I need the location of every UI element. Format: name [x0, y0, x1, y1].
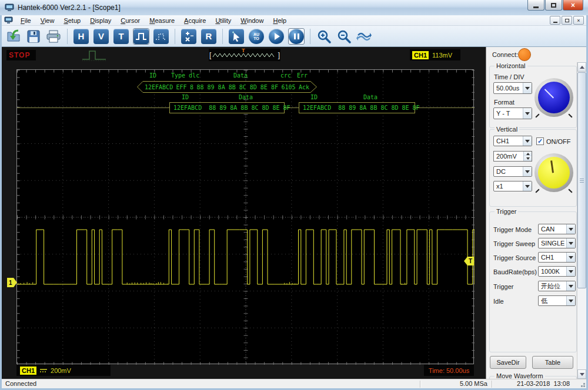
trigger-sweep-value: SINGLE	[541, 240, 564, 247]
dropdown-arrow-icon	[566, 281, 575, 291]
can-frame-3: 12EFABCD 88 89 8A 8B 8C 8D 8E 8F	[299, 102, 415, 113]
minimize-icon	[533, 6, 539, 8]
mdi-close-button[interactable]: ×	[573, 16, 584, 25]
pointer-button[interactable]	[228, 28, 245, 45]
cursor-arrow-icon	[231, 31, 242, 42]
close-icon: ×	[571, 1, 575, 9]
savedir-button[interactable]: SaveDir	[490, 356, 526, 369]
trigger-condition-label: Trigger	[493, 283, 513, 290]
decode2-label-data: Data	[239, 94, 253, 100]
mdi-restore-button[interactable]	[562, 16, 572, 25]
math-button[interactable]	[181, 28, 197, 45]
zoom-in-icon	[316, 29, 332, 44]
toolbar-separator	[310, 29, 310, 44]
timediv-select[interactable]: 50.00us	[493, 82, 532, 94]
waveform-overview[interactable]: [ ] T	[209, 49, 280, 61]
menu-measure[interactable]: Measure	[145, 16, 179, 25]
wave-swap-icon	[356, 30, 372, 43]
vertical-knob[interactable]	[534, 153, 573, 192]
save-icon	[26, 29, 41, 43]
horizontal-title: Horizontal	[495, 62, 527, 69]
mdi-minimize-icon	[553, 22, 557, 23]
menu-view[interactable]: View	[36, 16, 59, 25]
mdi-minimize-button[interactable]	[550, 16, 560, 25]
menu-window[interactable]: Window	[236, 16, 268, 25]
frame-dlc: 8	[190, 84, 193, 90]
minimize-button[interactable]	[527, 0, 544, 11]
trigger-condition-select[interactable]: 开始位	[538, 281, 576, 291]
horizontal-knob[interactable]	[534, 78, 573, 117]
coupling-select[interactable]: DC	[493, 166, 532, 177]
can-frame-detail: 12EFABCD EFF 8 88 89 8A 8B 8C 8D 8E 8F 6…	[137, 81, 317, 93]
menu-help[interactable]: Help	[268, 16, 291, 25]
scroll-up-icon[interactable]	[577, 62, 586, 72]
status-separator	[492, 381, 492, 388]
pause-icon	[294, 33, 299, 39]
decode-label-type-dlc: Type dlc	[171, 72, 199, 79]
table-button[interactable]: Table	[532, 356, 573, 369]
trigger-sweep-select[interactable]: SINGLE	[538, 238, 576, 248]
trigger-source-value: CH1	[541, 254, 554, 261]
trigger-source-select[interactable]: CH1	[538, 252, 576, 263]
menu-cursor[interactable]: Cursor	[116, 16, 145, 25]
zoom-out-button[interactable]	[336, 28, 352, 45]
zoom-out-icon	[336, 29, 352, 44]
format-select[interactable]: Y - T	[493, 107, 532, 119]
frame2-id: 12EFABCD	[173, 105, 202, 111]
trigger-source-label: Trigger Source	[493, 254, 536, 261]
menu-acquire[interactable]: Acquire	[179, 16, 211, 25]
decode2-label-id: ID	[182, 94, 189, 100]
app-icon	[5, 4, 14, 12]
t-cursor-button[interactable]: T	[113, 28, 129, 45]
channel-position-marker[interactable]: 1	[7, 278, 17, 287]
idle-select[interactable]: 低	[538, 295, 576, 306]
toolbar-separator	[67, 29, 68, 44]
toolbar-separator	[222, 29, 223, 44]
menu-display[interactable]: Display	[85, 16, 116, 25]
close-button[interactable]: ×	[563, 0, 583, 11]
channel-onoff-checkbox[interactable]: ✓	[536, 137, 544, 145]
probe-select[interactable]: x1	[493, 181, 532, 191]
scroll-down-icon[interactable]	[577, 369, 586, 379]
app-window: Hantek-6000 Ver2.2.1 - [Scope1] × File V…	[0, 0, 588, 390]
h-cursor-button[interactable]: H	[73, 28, 89, 45]
h-label: H	[78, 31, 85, 41]
print-button[interactable]	[45, 28, 62, 45]
save-button[interactable]	[25, 28, 42, 45]
menu-file[interactable]: File	[16, 16, 36, 25]
scrollbar-thumb[interactable]	[577, 72, 586, 288]
baudrate-select[interactable]: 1000K	[538, 266, 576, 277]
trigger-condition-row: Trigger 开始位	[490, 281, 577, 295]
pulse-decode-button[interactable]	[133, 28, 149, 45]
maximize-button[interactable]	[545, 0, 562, 11]
spinner-arrows-icon[interactable]	[523, 152, 532, 161]
status-bar: Connected 5.00 MSa 21-03-2018 13:08	[2, 379, 586, 388]
dropdown-arrow-icon	[566, 238, 575, 248]
pulse-measure-button[interactable]	[153, 28, 169, 45]
dropdown-arrow-icon	[566, 253, 575, 262]
zoom-in-button[interactable]	[316, 28, 332, 45]
open-button[interactable]	[5, 28, 22, 45]
v-cursor-button[interactable]: V	[93, 28, 109, 45]
run-button[interactable]	[268, 28, 285, 45]
autoset-button[interactable]: AUTO	[248, 28, 265, 45]
pause-button[interactable]	[288, 28, 305, 45]
reference-button[interactable]: R	[201, 28, 217, 45]
r-label: R	[206, 31, 212, 41]
trigger-level-value: 113mV	[432, 52, 452, 59]
menu-utility[interactable]: Utility	[211, 16, 236, 25]
wave-swap-button[interactable]	[356, 28, 372, 45]
volts-spinner[interactable]: 200mV	[493, 151, 532, 162]
scope-client-area: STOP [ ] T CH1 113mV ID Type dlc Data cr…	[2, 47, 486, 379]
trigger-mode-select[interactable]: CAN	[538, 224, 576, 234]
channel-select[interactable]: CH1	[493, 136, 532, 146]
v-label: V	[98, 31, 104, 41]
timediv-value: 50.00us	[496, 85, 519, 92]
panel-scrollbar[interactable]	[577, 62, 586, 379]
menu-setup[interactable]: Setup	[59, 16, 85, 25]
time-per-div-readout: Time: 50.00us	[424, 365, 474, 376]
pulse-icon	[135, 32, 147, 41]
resize-grip[interactable]	[583, 385, 585, 387]
scope-screen[interactable]: ID Type dlc Data crc Err 12EFABCD EFF 8 …	[16, 69, 474, 364]
idle-row: Idle 低	[490, 295, 577, 310]
